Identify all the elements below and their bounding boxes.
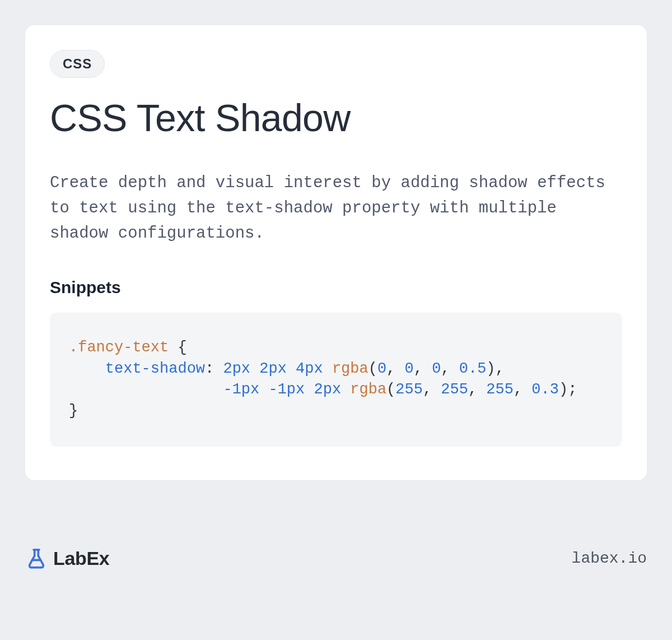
code-comma: , [441, 360, 459, 377]
code-indent [69, 381, 223, 398]
code-number: 0 [377, 360, 386, 377]
code-number: 0 [432, 360, 441, 377]
code-number: 255 [395, 381, 423, 398]
code-value: 2px [314, 381, 341, 398]
code-value: 2px [223, 360, 250, 377]
code-comma: , [496, 360, 505, 377]
code-number: 255 [486, 381, 514, 398]
code-property: text-shadow [105, 360, 205, 377]
code-value: -1px [268, 381, 305, 398]
code-number: 0.5 [459, 360, 487, 377]
snippets-heading: Snippets [50, 278, 622, 297]
code-open-paren: ( [386, 381, 395, 398]
code-close-paren: ) [486, 360, 495, 377]
brand: LabEx [25, 547, 109, 569]
code-func: rgba [332, 360, 368, 377]
content-card: CSS CSS Text Shadow Create depth and vis… [25, 25, 647, 480]
code-comma: , [386, 360, 404, 377]
language-tag: CSS [50, 50, 105, 78]
code-number: 0 [405, 360, 414, 377]
code-indent [69, 360, 105, 377]
code-open-paren: ( [368, 360, 377, 377]
code-number: 255 [441, 381, 468, 398]
code-open-brace: { [169, 339, 186, 356]
code-value: 2px [259, 360, 287, 377]
code-space [341, 381, 350, 398]
code-semicolon: ; [568, 381, 577, 398]
code-comma: , [468, 381, 486, 398]
code-value: 4px [296, 360, 323, 377]
site-label: labex.io [572, 550, 647, 567]
code-space [259, 381, 268, 398]
code-space [305, 381, 314, 398]
code-value: -1px [223, 381, 259, 398]
flask-icon [25, 547, 48, 569]
page-title: CSS Text Shadow [50, 96, 622, 140]
code-space [287, 360, 296, 377]
footer: LabEx labex.io [25, 547, 647, 569]
code-comma: , [414, 360, 432, 377]
brand-name: LabEx [53, 548, 109, 569]
code-space [323, 360, 332, 377]
code-comma: , [514, 381, 531, 398]
code-func: rgba [350, 381, 386, 398]
description-text: Create depth and visual interest by addi… [50, 171, 622, 247]
code-number: 0.3 [531, 381, 559, 398]
code-comma: , [423, 381, 441, 398]
code-close-paren: ) [559, 381, 568, 398]
code-colon: : [205, 360, 223, 377]
code-space [250, 360, 259, 377]
code-close-brace: } [69, 402, 78, 419]
code-selector: .fancy-text [69, 339, 169, 356]
code-snippet: .fancy-text { text-shadow: 2px 2px 4px r… [50, 313, 622, 447]
